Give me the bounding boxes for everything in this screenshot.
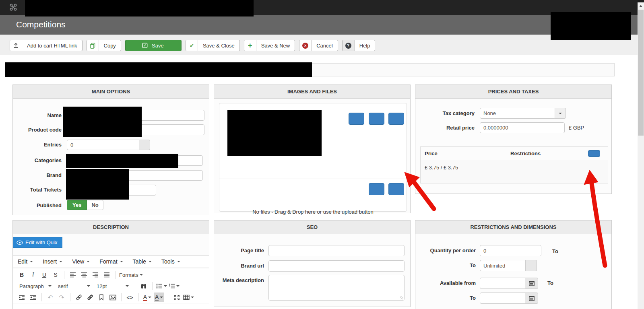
undo-icon[interactable]: ↶ [45,293,55,302]
insert-image-button[interactable] [108,293,118,302]
save-button[interactable]: Save [125,40,182,51]
chevron-down-icon [87,285,90,287]
remove-link-button[interactable] [85,293,95,302]
page-title-input[interactable] [268,245,405,256]
redacted-region [25,0,254,16]
insert-link-button[interactable] [74,293,84,302]
editor-content-area[interactable] [13,303,209,309]
scroll-up-arrow[interactable] [639,5,642,7]
redacted-region [551,12,631,40]
quantity-to-addon[interactable] [526,260,537,271]
price-table-header: Price Restrictions [421,147,608,160]
align-center-button[interactable] [79,270,89,280]
bold-button[interactable]: B [17,270,27,280]
entries-label: Entries [13,142,62,148]
resize-grip[interactable] [400,296,403,299]
cancel-button[interactable]: × Cancel [299,40,338,51]
button-label: Save [149,40,166,51]
page-title: Competitions [16,20,66,29]
chevron-down-icon [191,297,194,298]
available-to-input[interactable] [480,293,525,304]
available-from-input[interactable] [480,278,525,289]
plus-icon: + [244,40,256,51]
indent-button[interactable] [28,293,38,302]
seo-panel: SEO Page title Brand url Meta descriptio… [214,220,411,307]
file-upload-button[interactable] [388,183,404,195]
redacted-region [66,169,129,200]
fullscreen-button[interactable] [172,293,182,302]
paragraph-dropdown[interactable]: Paragraph [17,281,54,291]
justify-button[interactable] [102,270,111,280]
save-and-new-button[interactable]: + Save & New [244,40,295,51]
published-label: Published [13,202,62,208]
tax-category-select[interactable]: None [480,108,555,119]
table-button[interactable] [183,293,194,302]
button-label: Save & New [256,40,295,51]
font-size-dropdown[interactable]: 12pt [94,281,131,291]
underline-button[interactable]: U [39,270,49,280]
align-right-button[interactable] [91,270,100,280]
brand-url-input[interactable] [268,260,405,272]
scrollbar-cap [638,0,644,2]
retail-price-input[interactable]: 0.0000000 [480,122,565,133]
menu-table[interactable]: Table [133,258,152,265]
add-to-cart-html-link-button[interactable]: Add to cart HTML link [10,40,83,51]
published-yes-button[interactable]: Yes [67,200,87,210]
anchor-button[interactable] [97,293,106,302]
add-price-button[interactable] [588,150,600,157]
vertical-scrollbar[interactable] [638,0,644,309]
tax-category-caret-button[interactable] [555,108,566,119]
redo-icon[interactable]: ↷ [57,293,66,302]
available-to-calendar-button[interactable] [525,293,538,304]
numbered-list-button[interactable] [169,281,180,291]
images-dropzone[interactable]: No files - Drag & Drop here or use the u… [219,103,407,212]
to-label: To [415,262,476,268]
menu-format[interactable]: Format [99,258,123,265]
button-label: Edit with Quix [25,239,57,245]
scrollbar-thumb[interactable] [638,10,644,136]
copy-button[interactable]: Copy [87,40,121,51]
divider [219,179,407,179]
published-no-button[interactable]: No [87,200,103,210]
chevron-down-icon [59,261,62,262]
divider [70,293,70,301]
published-toggle: Yes No [67,200,103,210]
quantity-per-order-input[interactable]: 0 [480,245,541,256]
find-replace-icon[interactable] [139,281,149,291]
panel-title: PRICES AND TAXES [415,85,611,99]
help-button[interactable]: ? Help [342,40,376,51]
chevron-down-icon [30,261,33,262]
entries-input[interactable]: 0 [67,140,139,150]
italic-button[interactable]: I [28,270,38,280]
available-from-calendar-button[interactable] [525,278,538,289]
meta-description-label: Meta description [214,277,264,283]
menu-insert[interactable]: Insert [43,258,62,265]
align-left-button[interactable] [68,270,78,280]
image-action-button-2[interactable] [369,113,384,125]
file-action-button-1[interactable] [369,183,384,195]
image-action-button-3[interactable] [388,113,404,125]
outdent-button[interactable] [17,293,27,302]
entries-addon[interactable] [139,140,150,150]
quantity-to-input[interactable]: Unlimited [480,260,526,271]
font-family-dropdown[interactable]: serif [56,281,93,291]
tax-category-label: Tax category [415,110,475,116]
app-window: Competitions Add to cart HTML link Copy … [0,0,644,309]
redacted-region [5,62,312,77]
total-tickets-label: Total Tickets [13,187,62,193]
formats-dropdown[interactable]: Formats [119,270,143,280]
menu-tools[interactable]: Tools [161,258,180,265]
menu-view[interactable]: View [72,258,90,265]
image-action-button-1[interactable] [349,113,364,125]
strikethrough-button[interactable]: S [51,270,60,280]
background-color-button[interactable]: A [154,293,164,302]
edit-with-quix-button[interactable]: Edit with Quix [13,237,62,248]
bullet-list-button[interactable] [156,281,167,291]
text-color-button[interactable]: A [142,293,152,302]
save-and-close-button[interactable]: ✔ Save & Close [186,40,240,51]
menu-edit[interactable]: Edit [18,258,33,265]
meta-description-textarea[interactable] [268,275,405,301]
source-code-button[interactable]: <> [125,293,135,302]
upload-icon [10,40,22,51]
divider [121,293,122,301]
